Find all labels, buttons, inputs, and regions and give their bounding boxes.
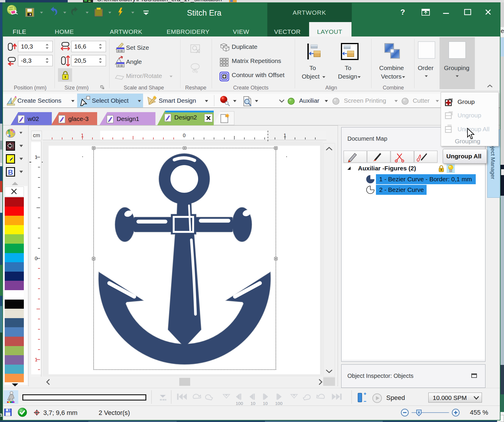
svg-text:1: 1 <box>284 133 286 138</box>
svg-text:100: 100 <box>275 401 282 406</box>
svg-text:10: 10 <box>251 401 256 406</box>
svg-text:100: 100 <box>236 401 243 406</box>
svg-text:0: 0 <box>35 256 37 261</box>
svg-text:1: 1 <box>35 357 37 363</box>
svg-text:0: 0 <box>183 133 185 138</box>
svg-text:1: 1 <box>35 154 37 160</box>
svg-text:1: 1 <box>81 133 84 138</box>
svg-text:?: ? <box>400 8 405 16</box>
svg-text:10: 10 <box>263 401 268 406</box>
